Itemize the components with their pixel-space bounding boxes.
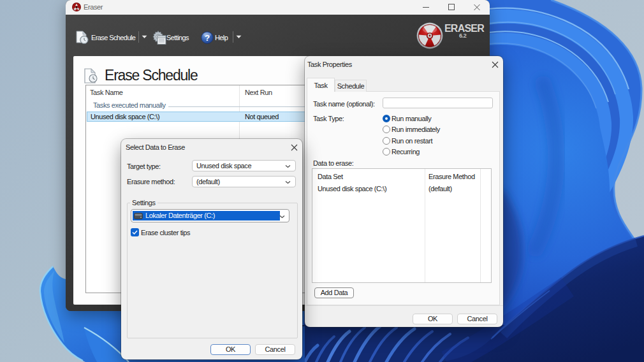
svg-text:?: ? [205,33,210,43]
